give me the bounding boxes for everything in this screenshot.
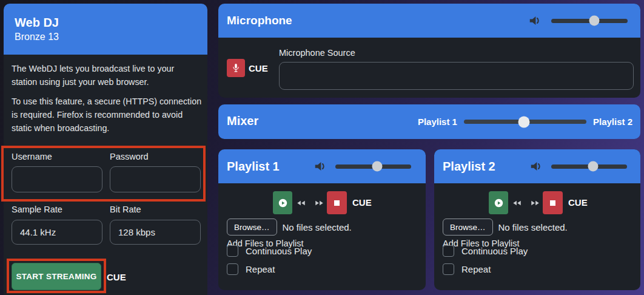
rewind-icon: [512, 200, 522, 206]
rewind-button[interactable]: [294, 191, 307, 214]
repeat-label: Repeat: [246, 264, 275, 274]
fast-forward-icon: [315, 200, 324, 206]
stop-icon: [550, 200, 555, 206]
playlist-2-volume-slider[interactable]: [551, 164, 627, 169]
fast-forward-button[interactable]: [528, 191, 542, 214]
playlist-2-title: Playlist 2: [443, 160, 495, 174]
rewind-button[interactable]: [510, 191, 523, 214]
speaker-icon: [529, 15, 542, 26]
mixer-title: Mixer: [227, 114, 258, 128]
mixer-crossfade-slider[interactable]: [464, 120, 586, 124]
continuous-play-option: Continuous Play: [443, 245, 528, 257]
sample-rate-label: Sample Rate: [12, 205, 62, 214]
stop-icon: [334, 200, 340, 206]
stop-button[interactable]: [543, 191, 563, 214]
mixer-panel: Mixer Playlist 1 Playlist 2: [218, 104, 640, 139]
playlist-1-volume-group: [314, 149, 411, 183]
playlist-2-cue-label[interactable]: CUE: [568, 197, 588, 208]
repeat-option: Repeat: [227, 263, 275, 275]
password-label: Password: [110, 152, 149, 161]
password-field[interactable]: [110, 166, 201, 192]
playlist-2-transport: CUE: [434, 191, 640, 214]
microphone-source-select[interactable]: [279, 62, 634, 90]
play-circle-icon: [494, 198, 504, 208]
stream-cue-label[interactable]: CUE: [107, 272, 126, 282]
playlist-1-volume-slider[interactable]: [335, 164, 411, 169]
mixer-crossfade-group: Playlist 1 Playlist 2: [418, 104, 632, 139]
continuous-play-checkbox[interactable]: [443, 245, 454, 257]
playlist-1-volume-thumb[interactable]: [372, 161, 382, 172]
continuous-play-option: Continuous Play: [227, 245, 312, 257]
microphone-panel: Microphone CUE Microphone Source: [218, 4, 640, 98]
mixer-crossfade-thumb[interactable]: [518, 116, 529, 127]
microphone-volume-group: [529, 4, 628, 38]
repeat-checkbox[interactable]: [227, 263, 238, 275]
repeat-checkbox[interactable]: [443, 263, 454, 275]
microphone-cue-label: CUE: [249, 63, 268, 73]
play-circle-icon: [278, 198, 288, 208]
mixer-playlist1-label: Playlist 1: [418, 117, 457, 127]
speaker-icon: [530, 161, 543, 172]
sample-rate-select[interactable]: 44.1 kHz: [12, 220, 102, 245]
play-button[interactable]: [273, 191, 292, 214]
playlist-1-cue-label[interactable]: CUE: [352, 197, 372, 208]
microphone-volume-slider[interactable]: [551, 19, 628, 23]
microphone-panel-header: Microphone: [218, 4, 640, 38]
playlist-1-title: Playlist 1: [227, 160, 280, 174]
files-status-text: No files selected.: [283, 222, 352, 232]
microphone-icon: [232, 63, 240, 73]
microphone-source-label: Microphone Source: [279, 48, 355, 58]
stop-button[interactable]: [327, 191, 347, 214]
microphone-cue-button[interactable]: [227, 59, 245, 77]
microphone-title: Microphone: [227, 14, 292, 27]
webdj-panel: Web DJ Bronze 13 The WebDJ lets you broa…: [4, 4, 207, 295]
mixer-playlist2-label: Playlist 2: [593, 117, 632, 127]
webdj-panel-header: Web DJ Bronze 13: [4, 4, 207, 55]
playlist-1-transport: CUE: [218, 191, 426, 214]
repeat-option: Repeat: [443, 263, 491, 275]
files-status-text: No files selected.: [498, 222, 568, 232]
playlist-2-panel: Playlist 2: [434, 149, 640, 290]
play-button[interactable]: [489, 191, 508, 214]
playlist-1-panel: Playlist 1: [218, 149, 426, 290]
repeat-label: Repeat: [461, 264, 491, 274]
playlist-2-file-picker: Browse… No files selected.: [443, 219, 568, 236]
browse-button[interactable]: Browse…: [443, 219, 493, 236]
rewind-icon: [297, 200, 306, 206]
username-label: Username: [12, 152, 52, 161]
browse-button[interactable]: Browse…: [227, 219, 277, 236]
playlist-1-header: Playlist 1: [218, 149, 426, 183]
continuous-play-label: Continuous Play: [246, 246, 312, 256]
playlist-2-volume-thumb[interactable]: [588, 161, 598, 172]
start-streaming-button[interactable]: START STREAMING: [12, 263, 101, 290]
fast-forward-icon: [531, 200, 540, 206]
playlist-2-header: Playlist 2: [434, 149, 640, 183]
playlist-2-volume-group: [530, 149, 627, 183]
bit-rate-label: Bit Rate: [110, 205, 141, 214]
webdj-description: The WebDJ lets you broadcast live to you…: [12, 62, 202, 89]
username-field[interactable]: [12, 166, 102, 192]
playlist-1-file-picker: Browse… No files selected.: [227, 219, 352, 236]
webdj-https-note: To use this feature, a secure (HTTPS) co…: [12, 95, 202, 135]
continuous-play-checkbox[interactable]: [227, 245, 238, 257]
continuous-play-label: Continuous Play: [461, 246, 528, 256]
microphone-volume-thumb[interactable]: [589, 16, 599, 26]
fast-forward-button[interactable]: [312, 191, 326, 214]
bit-rate-select[interactable]: 128 kbps: [110, 220, 201, 245]
station-name: Bronze 13: [15, 32, 59, 42]
webdj-page: { "colors": { "accent_blue": "#3b7be0", …: [0, 0, 644, 295]
page-title: Web DJ: [15, 16, 59, 30]
speaker-icon: [314, 161, 327, 172]
